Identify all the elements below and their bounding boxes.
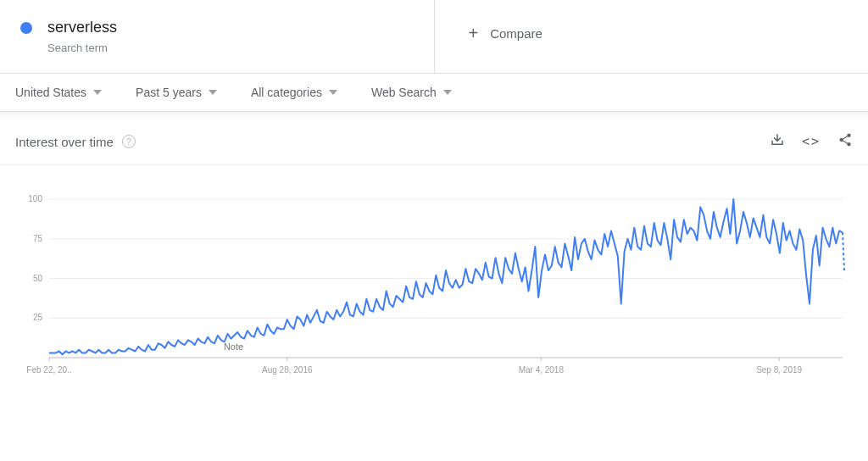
chart-title: Interest over time	[15, 135, 114, 149]
header-row: serverless Search term + Compare	[0, 0, 868, 74]
compare-label: Compare	[490, 26, 542, 41]
filter-type[interactable]: Web Search	[371, 86, 452, 99]
help-icon[interactable]: ?	[122, 135, 136, 148]
svg-text:25: 25	[33, 313, 43, 322]
download-icon[interactable]	[770, 132, 785, 151]
filter-bar: United States Past 5 years All categorie…	[0, 74, 868, 112]
series-color-dot	[20, 22, 32, 34]
chevron-down-icon	[443, 90, 452, 95]
search-subtype: Search term	[47, 42, 117, 54]
term-panel: serverless Search term	[0, 0, 435, 73]
term-block: serverless Search term	[47, 19, 117, 54]
filter-time[interactable]: Past 5 years	[136, 86, 217, 99]
embed-icon[interactable]: <>	[802, 134, 821, 149]
chevron-down-icon	[93, 90, 102, 95]
filter-type-label: Web Search	[371, 86, 437, 99]
chart-actions: <>	[770, 132, 853, 151]
svg-text:75: 75	[33, 234, 43, 243]
svg-text:Feb 22, 20..: Feb 22, 20..	[26, 365, 71, 375]
compare-panel[interactable]: + Compare	[435, 0, 869, 73]
svg-text:Sep 8, 2019: Sep 8, 2019	[756, 365, 802, 375]
chart-title-block: Interest over time ?	[15, 135, 136, 149]
chart-area: 255075100Feb 22, 20..Aug 28, 2016Mar 4, …	[0, 165, 868, 392]
filter-time-label: Past 5 years	[136, 86, 202, 99]
svg-text:50: 50	[33, 274, 43, 283]
compare-button[interactable]: + Compare	[455, 19, 849, 43]
chevron-down-icon	[329, 90, 337, 95]
chart-header: Interest over time ? <>	[0, 119, 868, 165]
filter-region-label: United States	[15, 86, 86, 99]
search-term: serverless	[47, 19, 117, 36]
svg-text:Note: Note	[224, 342, 243, 352]
filter-category[interactable]: All categories	[251, 86, 337, 99]
svg-text:Mar 4, 2018: Mar 4, 2018	[519, 365, 565, 375]
filter-category-label: All categories	[251, 86, 322, 99]
plus-icon: +	[469, 24, 479, 43]
interest-chart: 255075100Feb 22, 20..Aug 28, 2016Mar 4, …	[12, 192, 849, 383]
chevron-down-icon	[209, 90, 217, 95]
svg-text:100: 100	[28, 194, 42, 203]
svg-text:Aug 28, 2016: Aug 28, 2016	[262, 365, 313, 375]
share-icon[interactable]	[837, 132, 853, 151]
filter-region[interactable]: United States	[15, 86, 102, 99]
filter-shadow	[0, 112, 868, 119]
